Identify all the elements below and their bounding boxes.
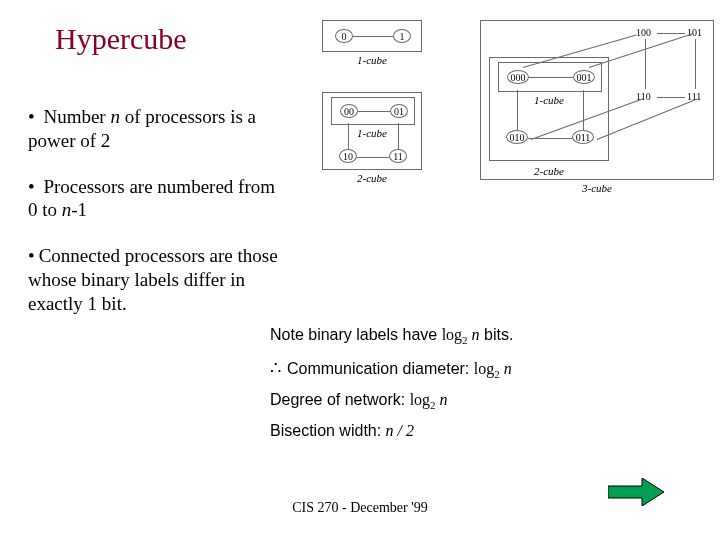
diagram-1cube: 0 1 1-cube (322, 20, 422, 66)
node-11: 11 (389, 149, 407, 163)
note2-log: log (474, 360, 494, 377)
node-01: 01 (390, 104, 408, 118)
node-011: 011 (572, 130, 594, 144)
node-100: 100 (636, 27, 651, 38)
diagram-3cube-inner2-label: 2-cube (489, 165, 609, 177)
note3-text: Degree of network: (270, 391, 410, 408)
note1-text: Note binary labels have (270, 326, 442, 343)
node-001: 001 (573, 70, 595, 84)
note-line-1: Note binary labels have log2 n bits. (270, 320, 513, 351)
next-arrow-icon[interactable] (608, 478, 664, 510)
note3-n: n (436, 391, 448, 408)
bullet-list: Number n of processors is a power of 2 P… (28, 105, 288, 337)
node-1: 1 (393, 29, 411, 43)
diagram-3cube-label: 3-cube (480, 182, 714, 194)
therefore-symbol: ∴ (270, 358, 281, 378)
node-101: 101 (687, 27, 702, 38)
node-00: 00 (340, 104, 358, 118)
diagram-3cube-inner1-label: 1-cube (490, 94, 608, 106)
node-0: 0 (335, 29, 353, 43)
node-010: 010 (506, 130, 528, 144)
note1-log: log (442, 326, 462, 343)
diagram-1cube-label: 1-cube (322, 54, 422, 66)
diagram-2cube-label: 2-cube (322, 172, 422, 184)
bullet-2: Processors are numbered from 0 to n-1 (28, 175, 288, 223)
note4-expr: n / 2 (386, 422, 414, 439)
bullet-1-text-a: Number (43, 106, 110, 127)
bullet-1: Number n of processors is a power of 2 (28, 105, 288, 153)
diagram-2cube-inner-label: 1-cube (323, 127, 421, 139)
note4-text: Bisection width: (270, 422, 386, 439)
node-000: 000 (507, 70, 529, 84)
note2-text: Communication diameter: (287, 360, 474, 377)
svg-marker-0 (608, 478, 664, 506)
bullet-1-var: n (110, 106, 120, 127)
page-title: Hypercube (55, 22, 187, 56)
bullet-3: Connected processors are those whose bin… (28, 244, 288, 315)
note2-n: n (500, 360, 512, 377)
note3-log: log (410, 391, 430, 408)
note-line-4: Bisection width: n / 2 (270, 416, 513, 446)
bullet-2-text-b: -1 (71, 199, 87, 220)
node-10: 10 (339, 149, 357, 163)
note-line-3: Degree of network: log2 n (270, 385, 513, 416)
note1-n: n (468, 326, 480, 343)
diagram-3cube: 000 001 1-cube 010 011 2-cube 100 101 11… (480, 20, 714, 194)
diagram-2cube: 00 01 1-cube 10 11 2-cube (322, 92, 422, 184)
note-line-2: ∴Communication diameter: log2 n (270, 351, 513, 385)
note1-tail: bits. (480, 326, 514, 343)
bullet-2-var: n (62, 199, 72, 220)
notes-block: Note binary labels have log2 n bits. ∴Co… (270, 320, 513, 447)
